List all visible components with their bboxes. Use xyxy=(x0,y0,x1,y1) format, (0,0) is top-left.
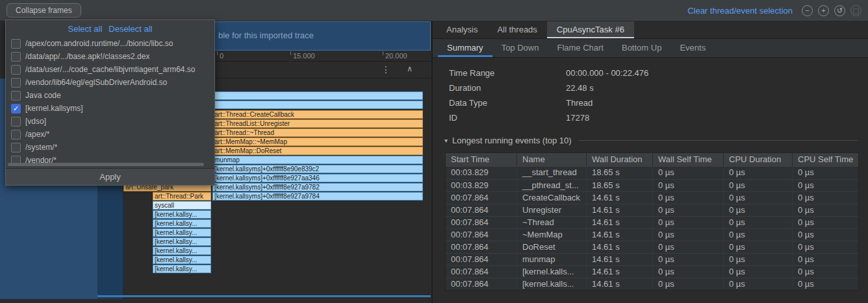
timeline-scrollbar[interactable] xyxy=(97,295,431,297)
filter-list-item[interactable]: /data/user/.../code_cache/libjvmtiagent_… xyxy=(6,63,214,76)
flame-chart-bar[interactable]: [kernel.kallsyms]+0xffffff8e927a9784 xyxy=(212,192,423,200)
table-row[interactable]: 00:07.864~MemMap14.61 s0 µs0 µs0 µs xyxy=(446,228,858,241)
table-cell: 00:07.864 xyxy=(446,241,517,253)
deselect-all-link[interactable]: Deselect all xyxy=(108,24,152,34)
table-row[interactable]: 00:07.864CreateCallback14.61 s0 µs0 µs0 … xyxy=(446,191,858,204)
filter-list-item[interactable]: /data/app/.../base.apk!/classes2.dex xyxy=(6,50,214,63)
table-cell: 0 µs xyxy=(793,217,860,228)
table-column-header[interactable]: Start Time xyxy=(446,153,517,167)
select-all-link[interactable]: Select all xyxy=(68,24,103,34)
table-row[interactable]: 00:07.864~Thread14.61 s0 µs0 µs0 µs xyxy=(446,216,858,228)
analysis-tab[interactable]: All threads xyxy=(487,21,546,38)
checkbox[interactable] xyxy=(11,39,21,49)
table-cell: 00:07.864 xyxy=(446,192,517,204)
table-cell: 0 µs xyxy=(793,254,860,265)
flame-chart-bar[interactable]: [kernel.kallsy... xyxy=(153,237,211,246)
analysis-tab[interactable]: CpuAsyncTask #6 xyxy=(547,21,634,38)
collapse-frames-button[interactable]: Collapse frames xyxy=(6,3,81,18)
checkbox[interactable] xyxy=(11,130,21,139)
filter-item-label: [vdso] xyxy=(25,117,46,126)
flame-chart-bar[interactable]: art::Thread::CreateCallback xyxy=(212,110,423,119)
flame-chart-bar[interactable]: [kernel.kallsy... xyxy=(153,256,211,264)
checkbox[interactable] xyxy=(11,91,21,101)
filter-list-item[interactable]: /apex/* xyxy=(6,128,214,141)
table-column-header[interactable]: CPU Self Time xyxy=(793,153,860,167)
table-cell: 0 µs xyxy=(653,229,724,241)
kebab-menu-icon[interactable]: ⋮ xyxy=(381,64,390,75)
filter-list-item[interactable]: Java code xyxy=(6,89,214,102)
flame-chart-bar[interactable]: art::Thread::~Thread xyxy=(212,128,423,137)
flame-chart-bar[interactable]: munmap xyxy=(212,156,423,164)
clear-selection-link[interactable]: Clear thread/event selection xyxy=(687,6,793,16)
checkbox[interactable] xyxy=(11,52,21,62)
filter-list-item[interactable]: /apex/com.android.runtime/.../bionic/lib… xyxy=(6,37,214,50)
checkbox[interactable] xyxy=(11,117,21,127)
table-row[interactable]: 00:03.829__start_thread18.65 s0 µs0 µs0 … xyxy=(446,167,858,179)
filter-list-item[interactable]: /system/* xyxy=(6,141,214,154)
table-cell: 0 µs xyxy=(653,204,724,216)
filter-list-item[interactable]: /vendor/lib64/egl/eglSubDriverAndroid.so xyxy=(6,76,214,89)
table-cell: 0 µs xyxy=(724,180,793,191)
flame-chart-bar[interactable]: art::MemMap::DoReset xyxy=(212,147,423,155)
filter-list-item[interactable]: ✓ [kernel.kallsyms] xyxy=(6,102,214,115)
horizontal-scrollbar[interactable] xyxy=(8,163,204,166)
checkbox[interactable] xyxy=(11,78,21,88)
ruler-tick-label: 0 xyxy=(220,52,223,60)
table-cell: 0 µs xyxy=(653,266,724,278)
view-tab[interactable]: Summary xyxy=(438,39,492,57)
flame-chart-bar[interactable]: [kernel.kallsyms]+0xffffff8e927aa346 xyxy=(212,174,423,182)
collapse-chevron-icon[interactable]: ∧ xyxy=(407,64,413,73)
table-column-header[interactable]: Name xyxy=(517,153,587,167)
flame-chart-bar[interactable] xyxy=(212,91,423,100)
summary-value: Thread xyxy=(566,98,868,108)
reset-zoom-icon[interactable]: ↺ xyxy=(834,5,845,16)
flame-chart-bar[interactable]: [kernel.kallsyms]+0xffffff8e927a9782 xyxy=(212,183,423,191)
flame-chart-bar[interactable]: [kernel.kallsy... xyxy=(153,219,211,228)
table-column-header[interactable]: Wall Self Time xyxy=(653,153,724,167)
flame-chart-bar[interactable]: [kernel.kallsy... xyxy=(153,247,211,255)
table-cell: [kernel.kalls... xyxy=(517,266,587,278)
section-title: Longest running events (top 10) xyxy=(452,136,572,145)
zoom-to-selection-icon[interactable]: ▢ xyxy=(850,5,862,16)
flame-chart-bar[interactable]: art::Thread::Park xyxy=(153,192,211,200)
apply-button[interactable]: Apply xyxy=(6,168,214,185)
flame-chart-bar[interactable]: [kernel.kallsyms]+0xffffff8e90e839c2 xyxy=(212,165,423,173)
table-row[interactable]: 00:07.864Unregister14.61 s0 µs0 µs0 µs xyxy=(446,204,858,216)
table-column-header[interactable]: Wall Duration xyxy=(587,153,653,167)
zoom-in-icon[interactable]: + xyxy=(818,5,829,16)
events-section-header[interactable]: ▾ Longest running events (top 10) xyxy=(444,136,858,145)
checkbox[interactable] xyxy=(11,65,21,75)
table-cell: 0 µs xyxy=(653,217,724,228)
table-row[interactable]: 00:07.864DoReset14.61 s0 µs0 µs0 µs xyxy=(446,241,858,253)
table-cell: 0 µs xyxy=(724,167,793,179)
flame-chart-bar[interactable]: art::ThreadList::Unregister xyxy=(212,119,423,128)
flame-chart-bar[interactable] xyxy=(212,101,423,109)
view-tab[interactable]: Flame Chart xyxy=(548,39,613,57)
table-cell: 14.61 s xyxy=(587,229,653,241)
filter-item-label: /apex/com.android.runtime/.../bionic/lib… xyxy=(25,39,173,48)
filter-item-label: [kernel.kallsyms] xyxy=(25,104,83,113)
table-column-header[interactable]: CPU Duration xyxy=(724,153,793,167)
filter-item-label: /data/user/.../code_cache/libjvmtiagent_… xyxy=(25,65,195,74)
analysis-tab[interactable]: Analysis xyxy=(437,21,487,38)
table-row[interactable]: 00:03.829__pthread_st...18.65 s0 µs0 µs0… xyxy=(446,179,858,191)
view-tab[interactable]: Bottom Up xyxy=(613,39,670,57)
ruler-tick-label: 20.000 xyxy=(385,52,407,60)
collapse-arrow-icon[interactable]: ▾ xyxy=(444,137,448,144)
flame-chart-bar[interactable]: syscall xyxy=(153,201,211,210)
table-row[interactable]: 00:07.864munmap14.61 s0 µs0 µs0 µs xyxy=(446,253,858,265)
table-row[interactable]: 00:07.864[kernel.kalls...14.61 s0 µs0 µs… xyxy=(446,265,858,278)
filter-list-item[interactable]: [vdso] xyxy=(6,115,214,128)
flame-chart-bar[interactable]: [kernel.kallsy... xyxy=(153,210,211,219)
flame-chart-bar[interactable]: [kernel.kallsy... xyxy=(153,265,211,273)
table-row[interactable]: 00:07.864[kernel.kalls...14.61 s0 µs0 µs… xyxy=(446,278,858,290)
zoom-out-icon[interactable]: − xyxy=(802,5,813,16)
checkbox[interactable]: ✓ xyxy=(11,104,21,114)
view-tab[interactable]: Top Down xyxy=(492,39,548,57)
table-cell: 0 µs xyxy=(724,204,793,216)
table-cell: 00:07.864 xyxy=(446,229,517,241)
flame-chart-bar[interactable]: [kernel.kallsy... xyxy=(153,228,211,237)
view-tab[interactable]: Events xyxy=(670,39,715,57)
checkbox[interactable] xyxy=(11,143,21,152)
flame-chart-bar[interactable]: art::MemMap::~MemMap xyxy=(212,138,423,146)
